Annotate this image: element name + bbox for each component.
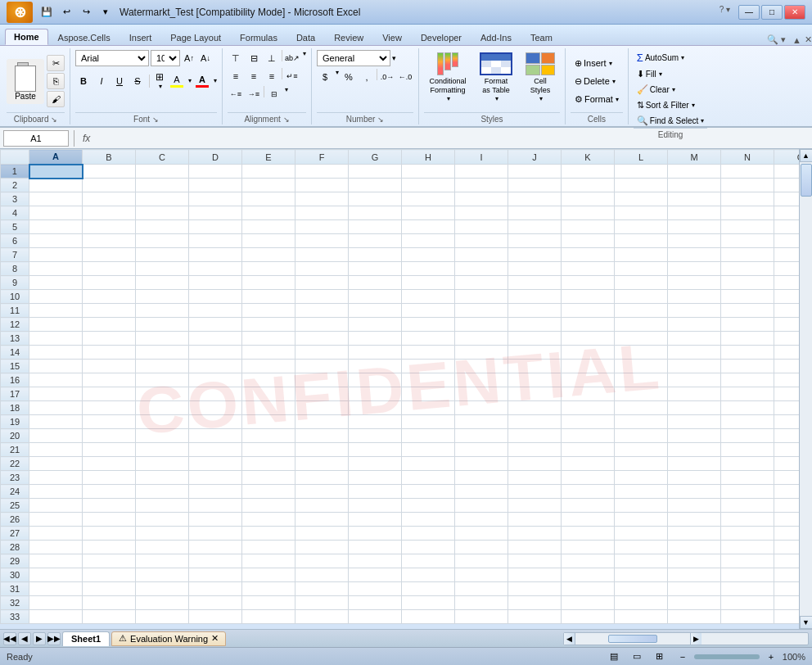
cell-N17[interactable] (721, 387, 774, 401)
cell-N21[interactable] (721, 443, 774, 457)
cell-C1[interactable] (136, 165, 189, 179)
cell-H30[interactable] (402, 568, 455, 582)
cell-K32[interactable] (562, 596, 615, 610)
cell-F21[interactable] (295, 443, 349, 457)
cell-H4[interactable] (402, 206, 455, 220)
cell-H24[interactable] (402, 485, 455, 499)
tab-team[interactable]: Team (521, 29, 562, 45)
cell-M9[interactable] (668, 276, 721, 290)
cell-C28[interactable] (136, 541, 189, 554)
cell-H26[interactable] (402, 513, 455, 527)
autosum-dropdown-icon[interactable]: ▾ (681, 54, 684, 61)
cell-B7[interactable] (83, 248, 136, 262)
cell-C9[interactable] (136, 276, 189, 290)
tab-view[interactable]: View (373, 29, 411, 45)
cell-N13[interactable] (721, 332, 774, 346)
cell-M3[interactable] (668, 192, 721, 206)
ribbon-minimize[interactable]: ▲ (792, 35, 801, 45)
cell-D6[interactable] (189, 234, 242, 248)
cell-B4[interactable] (83, 206, 136, 220)
cell-K26[interactable] (562, 513, 615, 527)
cell-E16[interactable] (242, 373, 295, 387)
cell-I13[interactable] (455, 332, 508, 346)
cell-J1[interactable] (508, 165, 562, 179)
cell-G3[interactable] (349, 192, 402, 206)
cell-E2[interactable] (242, 179, 295, 192)
tab-page-layout[interactable]: Page Layout (161, 29, 230, 45)
cell-D5[interactable] (189, 220, 242, 234)
cell-A5[interactable] (29, 220, 83, 234)
cell-M7[interactable] (668, 248, 721, 262)
cell-O29[interactable] (774, 554, 800, 568)
cell-D4[interactable] (189, 206, 242, 220)
cell-N6[interactable] (721, 234, 774, 248)
cell-I10[interactable] (455, 290, 508, 304)
cell-M27[interactable] (668, 527, 721, 541)
cell-K20[interactable] (562, 429, 615, 443)
cell-C27[interactable] (136, 527, 189, 541)
font-color-button[interactable]: A (193, 73, 211, 89)
page-break-view-button[interactable]: ⊞ (651, 649, 669, 665)
merge-dropdown-icon[interactable]: ▾ (285, 86, 288, 102)
cell-G23[interactable] (349, 471, 402, 485)
cell-D27[interactable] (189, 527, 242, 541)
cell-K15[interactable] (562, 360, 615, 373)
tab-home[interactable]: Home (5, 29, 48, 45)
cell-J8[interactable] (508, 262, 562, 276)
cell-J24[interactable] (508, 485, 562, 499)
cell-L18[interactable] (615, 401, 668, 415)
delete-cells-dropdown-icon[interactable]: ▾ (612, 78, 616, 85)
tab-addins[interactable]: Add-Ins (471, 29, 521, 45)
cell-H7[interactable] (402, 248, 455, 262)
cell-L17[interactable] (615, 387, 668, 401)
cell-I20[interactable] (455, 429, 508, 443)
cell-G20[interactable] (349, 429, 402, 443)
format-painter-button[interactable]: 🖌 (47, 91, 65, 107)
cell-C19[interactable] (136, 415, 189, 429)
cell-M10[interactable] (668, 290, 721, 304)
cell-G15[interactable] (349, 360, 402, 373)
cell-D7[interactable] (189, 248, 242, 262)
cell-G2[interactable] (349, 179, 402, 192)
cell-D9[interactable] (189, 276, 242, 290)
name-box[interactable] (3, 130, 69, 147)
formula-input[interactable] (97, 130, 809, 147)
cell-J13[interactable] (508, 332, 562, 346)
cell-I12[interactable] (455, 318, 508, 332)
col-header-L[interactable]: L (615, 150, 668, 165)
cell-A27[interactable] (29, 527, 83, 541)
sheet-tab-sheet1[interactable]: Sheet1 (62, 631, 110, 646)
cell-B9[interactable] (83, 276, 136, 290)
ribbon-pin[interactable]: ✕ (805, 34, 812, 45)
cell-M20[interactable] (668, 429, 721, 443)
cell-B27[interactable] (83, 527, 136, 541)
cell-J11[interactable] (508, 304, 562, 318)
cell-M2[interactable] (668, 179, 721, 192)
cell-B26[interactable] (83, 513, 136, 527)
cell-M25[interactable] (668, 499, 721, 513)
minimize-button[interactable]: — (738, 5, 760, 20)
cell-L31[interactable] (615, 582, 668, 596)
cell-D16[interactable] (189, 373, 242, 387)
cell-K23[interactable] (562, 471, 615, 485)
cell-K31[interactable] (562, 582, 615, 596)
cell-D23[interactable] (189, 471, 242, 485)
cell-A9[interactable] (29, 276, 83, 290)
cell-N19[interactable] (721, 415, 774, 429)
sort-dropdown-icon[interactable]: ▾ (692, 102, 695, 109)
horizontal-scrollbar[interactable]: ◀ ▶ (563, 632, 809, 645)
cell-F8[interactable] (295, 262, 349, 276)
tab-formulas[interactable]: Formulas (231, 29, 286, 45)
cell-J19[interactable] (508, 415, 562, 429)
cell-E22[interactable] (242, 457, 295, 471)
cell-O10[interactable] (774, 290, 800, 304)
cell-M8[interactable] (668, 262, 721, 276)
cell-M21[interactable] (668, 443, 721, 457)
cell-F28[interactable] (295, 541, 349, 554)
cell-J3[interactable] (508, 192, 562, 206)
cell-G27[interactable] (349, 527, 402, 541)
cell-I33[interactable] (455, 610, 508, 624)
cell-O18[interactable] (774, 401, 800, 415)
cell-F33[interactable] (295, 610, 349, 624)
cell-N11[interactable] (721, 304, 774, 318)
